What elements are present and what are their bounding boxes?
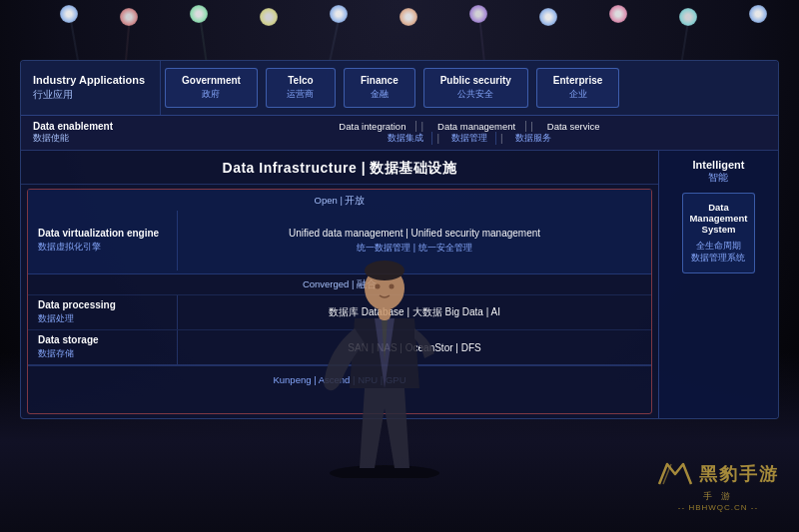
industry-label-en: Industry Applications	[33, 74, 148, 86]
data-enable-label: Data enablement 数据使能	[33, 121, 173, 145]
dms-en1: Data	[689, 202, 747, 213]
sector-en-4: Enterprise	[553, 75, 602, 86]
watermark: 黑豹手游 手 游 -- HBHWQC.CN --	[657, 460, 779, 512]
service-zh-1: 数据集成	[380, 132, 432, 145]
intelligent-zh: 智能	[693, 171, 745, 185]
dms-en3: System	[689, 224, 747, 235]
watermark-sub: 手 游	[657, 490, 779, 503]
sector-tab-public-security[interactable]: Public security公共安全	[423, 68, 528, 108]
dms-en2: Management	[689, 213, 747, 224]
watermark-logo: 黑豹手游	[657, 460, 779, 488]
data-stor-label: Data storage 数据存储	[28, 330, 178, 364]
svg-point-4	[376, 284, 381, 289]
sector-tab-telco[interactable]: Telco运营商	[266, 68, 336, 108]
industry-label-zh: 行业应用	[33, 88, 148, 102]
watermark-icon	[657, 460, 693, 488]
data-enable-bar: Data enablement 数据使能 Data integration | …	[21, 116, 778, 151]
data-virt-label: Data virtualization engine 数据虚拟化引擎	[28, 211, 178, 270]
service-en-1: Data integration	[329, 121, 416, 132]
dms-zh: 全生命周期 数据管理系统	[689, 241, 747, 265]
services-zh-row: 数据集成 | 数据管理 | 数据服务	[380, 132, 558, 145]
top-bar: Industry Applications 行业应用 Government政府T…	[21, 61, 778, 116]
dms-box: Data Management System 全生命周期 数据管理系统	[682, 193, 754, 273]
svg-point-5	[390, 284, 395, 289]
data-proc-zh: 数据处理	[38, 312, 167, 325]
intelligent-label: Intelligent 智能	[693, 159, 745, 185]
data-virt-en: Data virtualization engine	[38, 228, 167, 239]
service-en-3: Data service	[537, 121, 610, 132]
sector-zh-4: 企业	[569, 88, 587, 101]
watermark-brand: 黑豹手游	[699, 462, 779, 486]
svg-point-3	[365, 261, 404, 280]
sector-tab-enterprise[interactable]: Enterprise企业	[536, 68, 619, 108]
sector-tabs: Government政府Telco运营商Finance金融Public secu…	[161, 61, 778, 115]
infra-header-text: Data Infrastructure | 数据基础设施	[223, 160, 457, 176]
industry-label: Industry Applications 行业应用	[21, 61, 161, 115]
data-enable-zh: 数据使能	[33, 132, 173, 145]
service-zh-2: 数据管理	[443, 132, 496, 145]
sector-en-3: Public security	[440, 75, 511, 86]
sector-en-2: Finance	[361, 75, 399, 86]
svg-point-0	[330, 465, 439, 478]
sector-en-1: Telco	[288, 75, 313, 86]
data-stor-en: Data storage	[38, 334, 167, 345]
service-zh-3: 数据服务	[507, 132, 559, 145]
infra-header: Data Infrastructure | 数据基础设施	[21, 151, 658, 185]
sector-tab-government[interactable]: Government政府	[165, 68, 258, 108]
sector-zh-3: 公共安全	[457, 88, 493, 101]
sector-en-0: Government	[182, 75, 241, 86]
data-virt-zh: 数据虚拟化引擎	[38, 241, 167, 254]
sector-zh-1: 运营商	[287, 88, 314, 101]
services-en-row: Data integration | Data management | Dat…	[329, 121, 609, 132]
watermark-tagline: -- HBHWQC.CN --	[657, 503, 779, 512]
data-proc-en: Data processing	[38, 299, 167, 310]
sector-zh-2: 金融	[371, 88, 389, 101]
service-en-2: Data management	[427, 121, 526, 132]
data-enable-en: Data enablement	[33, 121, 173, 132]
sector-zh-0: 政府	[202, 88, 220, 101]
sector-tab-finance[interactable]: Finance金融	[344, 68, 415, 108]
right-panel: Intelligent 智能 Data Management System 全生…	[658, 151, 778, 418]
intelligent-en: Intelligent	[693, 159, 745, 171]
data-services: Data integration | Data management | Dat…	[173, 121, 766, 145]
data-stor-zh: 数据存储	[38, 347, 167, 360]
presenter-figure	[310, 189, 459, 482]
data-proc-label: Data processing 数据处理	[28, 295, 178, 329]
